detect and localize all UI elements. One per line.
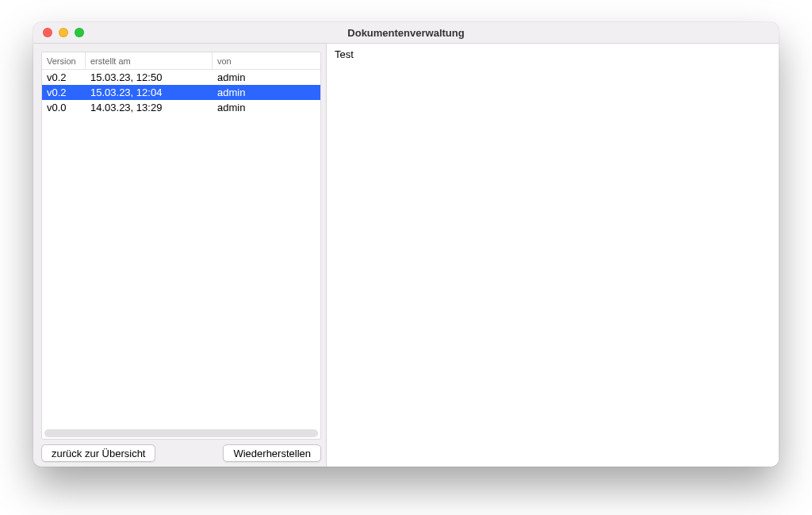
minimize-icon[interactable] (59, 28, 68, 37)
back-button[interactable]: zurück zur Übersicht (41, 444, 155, 462)
close-icon[interactable] (43, 28, 52, 37)
cell-created: 15.03.23, 12:50 (86, 71, 213, 83)
app-window: Dokumentenverwaltung Version erstellt am… (33, 22, 779, 467)
col-header-version[interactable]: Version (42, 52, 86, 69)
table-header: Version erstellt am von (42, 52, 320, 70)
cell-version: v0.2 (42, 86, 86, 98)
left-pane: Version erstellt am von v0.215.03.23, 12… (33, 44, 327, 467)
cell-by: admin (213, 86, 320, 98)
cell-by: admin (213, 102, 320, 113)
col-header-by[interactable]: von (213, 52, 320, 69)
table-row[interactable]: v0.215.03.23, 12:04admin (42, 85, 320, 100)
col-header-created[interactable]: erstellt am (86, 52, 213, 69)
preview-pane: Test (327, 44, 779, 467)
button-row: zurück zur Übersicht Wiederherstellen (41, 444, 321, 462)
traffic-lights (43, 28, 84, 37)
titlebar[interactable]: Dokumentenverwaltung (33, 22, 779, 44)
cell-version: v0.2 (42, 71, 86, 83)
content-area: Version erstellt am von v0.215.03.23, 12… (33, 44, 779, 467)
horizontal-scrollbar[interactable] (44, 429, 318, 437)
restore-button[interactable]: Wiederherstellen (223, 444, 321, 462)
cell-created: 14.03.23, 13:29 (86, 102, 213, 113)
table-body: v0.215.03.23, 12:50adminv0.215.03.23, 12… (42, 70, 320, 426)
window-title: Dokumentenverwaltung (41, 27, 771, 39)
cell-version: v0.0 (42, 102, 86, 113)
table-row[interactable]: v0.014.03.23, 13:29admin (42, 100, 320, 115)
table-row[interactable]: v0.215.03.23, 12:50admin (42, 70, 320, 85)
preview-text: Test (335, 48, 771, 60)
versions-table: Version erstellt am von v0.215.03.23, 12… (41, 52, 321, 440)
cell-by: admin (213, 71, 320, 83)
cell-created: 15.03.23, 12:04 (86, 86, 213, 98)
maximize-icon[interactable] (75, 28, 84, 37)
